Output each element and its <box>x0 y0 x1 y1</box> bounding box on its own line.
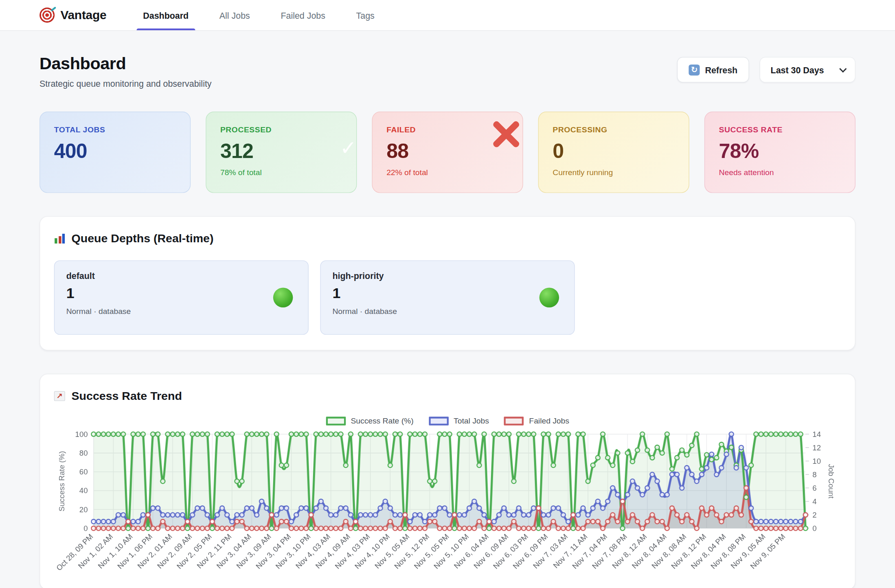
svg-text:6: 6 <box>812 484 816 492</box>
svg-text:Success Rate (%): Success Rate (%) <box>57 451 66 511</box>
refresh-label: Refresh <box>705 65 737 75</box>
queue-depth: 1 <box>66 285 296 301</box>
stat-sub: Needs attention <box>719 168 841 176</box>
stat-label: PROCESSED <box>220 125 342 134</box>
page-subtitle: Strategic queue monitoring and observabi… <box>39 79 211 88</box>
app-root: Vantage Dashboard All Jobs Failed Jobs T… <box>0 0 895 588</box>
stat-cards-row: TOTAL JOBS 400 PROCESSED 312 78% of tota… <box>39 112 856 193</box>
stat-card-success-rate: SUCCESS RATE 78% Needs attention <box>704 112 856 193</box>
queue-grid: default 1 Normal · database high-priorit… <box>54 260 841 335</box>
queue-card-default: default 1 Normal · database <box>54 260 309 335</box>
trend-panel-title: ↗ Success Rate Trend <box>54 389 841 403</box>
brand-name: Vantage <box>60 8 106 22</box>
stat-label: SUCCESS RATE <box>719 125 841 134</box>
page: Dashboard Strategic queue monitoring and… <box>0 54 895 588</box>
brand[interactable]: Vantage <box>39 0 106 30</box>
top-nav: Vantage Dashboard All Jobs Failed Jobs T… <box>0 0 895 31</box>
tab-all-jobs[interactable]: All Jobs <box>218 0 252 30</box>
refresh-icon: ↻ <box>689 64 700 75</box>
legend-item-total-jobs[interactable]: Total Jobs <box>429 417 489 425</box>
page-controls: ↻ Refresh Last 30 Days <box>677 57 856 83</box>
svg-text:80: 80 <box>79 449 88 457</box>
queue-depth: 1 <box>332 285 562 301</box>
stat-value: 0 <box>553 140 675 163</box>
queue-status: Normal · database <box>66 307 296 316</box>
stat-label: TOTAL JOBS <box>54 125 176 134</box>
legend-swatch-success-rate <box>326 417 346 425</box>
queue-name: default <box>66 271 296 281</box>
nav-tabs: Dashboard All Jobs Failed Jobs Tags <box>141 0 376 30</box>
svg-text:8: 8 <box>812 470 816 479</box>
stat-card-processed: PROCESSED 312 78% of total <box>206 112 357 193</box>
tab-label: Dashboard <box>143 10 189 20</box>
legend-label: Failed Jobs <box>529 417 569 425</box>
stat-card-processing: PROCESSING 0 Currently running <box>538 112 689 193</box>
stat-label: FAILED <box>386 125 509 134</box>
legend-swatch-total-jobs <box>429 417 449 425</box>
refresh-button[interactable]: ↻ Refresh <box>677 57 749 83</box>
stat-value: 312 <box>220 140 342 163</box>
svg-text:Nov 9, 05 PM: Nov 9, 05 PM <box>748 532 787 570</box>
svg-text:0: 0 <box>83 524 88 533</box>
stat-label: PROCESSING <box>553 125 675 134</box>
range-value: Last 30 Days <box>771 65 824 75</box>
tab-label: All Jobs <box>219 10 250 20</box>
chevron-down-icon <box>839 65 847 72</box>
queue-status: Normal · database <box>332 307 562 316</box>
page-head-left: Dashboard Strategic queue monitoring and… <box>39 54 211 88</box>
svg-text:60: 60 <box>79 467 88 476</box>
stat-card-failed: FAILED 88 22% of total <box>372 112 523 193</box>
legend-item-failed-jobs[interactable]: Failed Jobs <box>504 417 569 425</box>
legend-label: Total Jobs <box>454 417 489 425</box>
legend-item-success-rate[interactable]: Success Rate (%) <box>326 417 414 425</box>
trend-chart-svg[interactable]: 020406080100Oct 28, 09 PMNov 1, 02 AMNov… <box>13 430 833 588</box>
chart-legend: Success Rate (%) Total Jobs Failed Jobs <box>54 417 841 425</box>
tab-failed-jobs[interactable]: Failed Jobs <box>279 0 327 30</box>
queue-card-high-priority: high-priority 1 Normal · database <box>320 260 575 335</box>
trend-panel-title-text: Success Rate Trend <box>72 389 182 403</box>
range-select[interactable]: Last 30 Days <box>759 57 855 83</box>
queue-panel-title: Queue Depths (Real-time) <box>54 232 841 245</box>
queue-depths-panel: Queue Depths (Real-time) default 1 Norma… <box>39 216 856 351</box>
svg-text:20: 20 <box>79 505 88 514</box>
trend-chart[interactable]: 020406080100Oct 28, 09 PMNov 1, 02 AMNov… <box>13 430 833 588</box>
tab-dashboard[interactable]: Dashboard <box>141 0 190 30</box>
stat-sub: 78% of total <box>220 168 342 176</box>
svg-text:10: 10 <box>812 457 821 465</box>
svg-text:Job Count: Job Count <box>827 464 836 498</box>
chart-increasing-icon: ↗ <box>54 391 65 401</box>
stat-card-total-jobs: TOTAL JOBS 400 <box>39 112 191 193</box>
svg-text:0: 0 <box>812 524 816 533</box>
svg-text:2: 2 <box>812 511 816 519</box>
legend-swatch-failed-jobs <box>504 417 524 425</box>
success-rate-trend-panel: ↗ Success Rate Trend Success Rate (%) To… <box>39 374 856 588</box>
green-dot-icon <box>540 287 559 307</box>
stat-sub: 22% of total <box>386 168 509 176</box>
queue-name: high-priority <box>332 271 562 281</box>
stat-value: 78% <box>719 140 841 163</box>
green-dot-icon <box>273 287 293 307</box>
page-title: Dashboard <box>39 54 211 73</box>
queue-panel-title-text: Queue Depths (Real-time) <box>72 232 214 245</box>
tab-label: Failed Jobs <box>281 10 325 20</box>
stat-value: 400 <box>54 140 176 163</box>
tab-tags[interactable]: Tags <box>354 0 376 30</box>
svg-text:4: 4 <box>812 497 816 506</box>
legend-label: Success Rate (%) <box>351 417 413 425</box>
svg-text:40: 40 <box>79 486 88 495</box>
bar-chart-icon <box>54 234 65 244</box>
tab-label: Tags <box>356 10 375 20</box>
svg-text:12: 12 <box>812 443 821 452</box>
target-dart-icon <box>39 8 55 23</box>
stat-value: 88 <box>386 140 509 163</box>
stat-sub: Currently running <box>553 168 675 176</box>
page-head: Dashboard Strategic queue monitoring and… <box>39 54 856 88</box>
svg-text:100: 100 <box>75 430 88 439</box>
svg-text:14: 14 <box>812 430 821 439</box>
